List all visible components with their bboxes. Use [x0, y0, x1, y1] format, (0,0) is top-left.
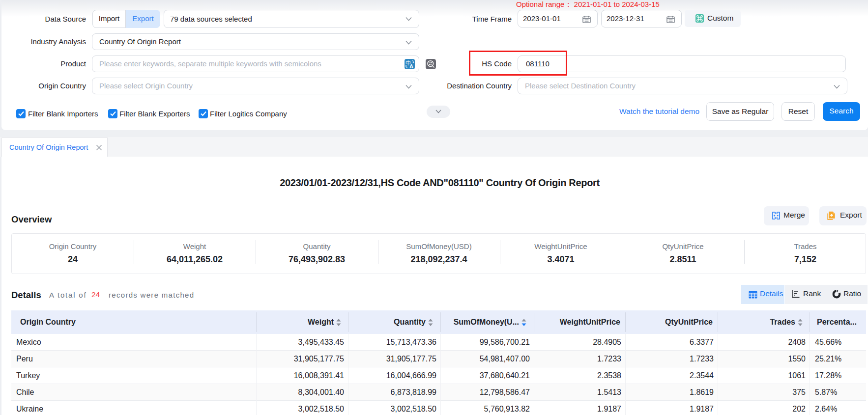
svg-text:A: A — [409, 63, 413, 69]
